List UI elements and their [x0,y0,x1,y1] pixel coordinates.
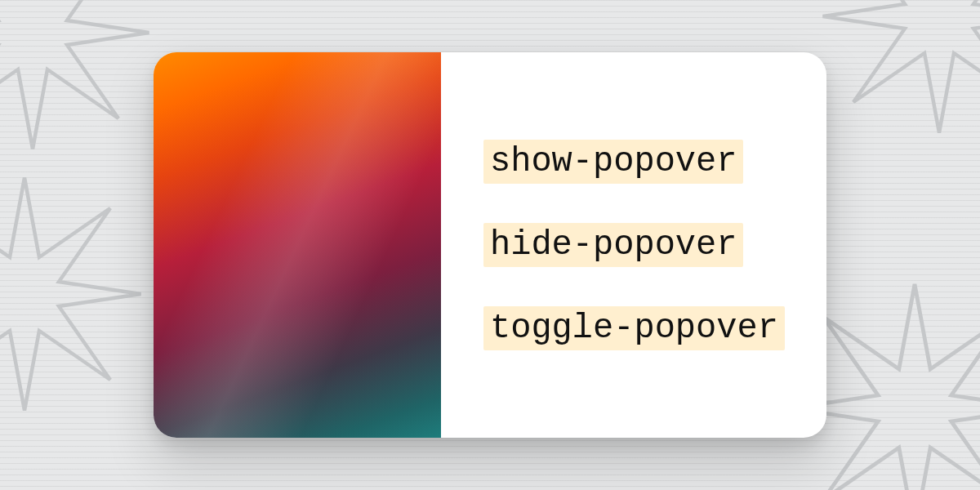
starburst-icon [817,0,980,139]
code-token: toggle-popover [483,306,785,350]
code-list: show-popover hide-popover toggle-popover [441,52,826,438]
stage: show-popover hide-popover toggle-popover [0,0,980,490]
card: show-popover hide-popover toggle-popover [154,52,826,438]
code-token: hide-popover [483,223,743,267]
starburst-icon [0,172,147,416]
starburst-icon [0,0,155,155]
code-token: show-popover [483,140,743,184]
gradient-panel [154,52,441,438]
